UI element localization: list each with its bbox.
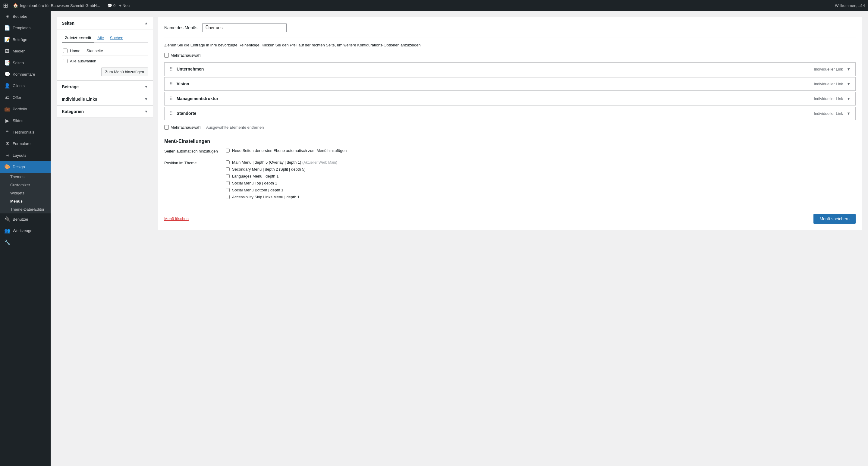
sidebar: ⊞ Betriebe 📄 Templates 📝 Beiträge 🖼 Medi… [0,11,51,466]
menu-item-title-standorte: Standorte [177,111,196,116]
mehrfach-top-checkbox[interactable] [164,53,169,58]
accordion-links-header[interactable]: Individuelle Links ▼ [57,93,153,105]
kommentare-icon: 💬 [4,71,10,78]
position-checkbox-5[interactable] [226,195,230,199]
footer-row: Menü löschen Menü speichern [164,209,856,224]
menu-name-input[interactable] [202,23,287,32]
home-icon: 🏠 [13,3,18,8]
mehrfach-bottom-checkbox[interactable] [164,125,169,130]
position-option-1[interactable]: Secondary Menu | depth 2 (Split | depth … [226,167,856,172]
auto-add-option[interactable]: Neue Seiten der ersten Ebene automatisch… [226,148,856,153]
menu-item-type-standorte: Individueller Link [814,111,843,116]
sidebar-item-design[interactable]: 🎨 Design [0,161,51,173]
select-all-checkbox[interactable] [63,59,67,63]
sidebar-item-kommentare[interactable]: 💬 Kommentare [0,69,51,80]
save-menu-button[interactable]: Menü speichern [813,214,856,224]
menu-item-expand-vision[interactable]: ▼ [846,82,850,86]
sidebar-item-betriebe[interactable]: ⊞ Betriebe [0,11,51,22]
position-checkbox-0[interactable] [226,160,230,164]
add-to-menu-button[interactable]: Zum Menü hinzufügen [101,67,148,76]
position-option-4[interactable]: Social Menu Bottom | depth 1 [226,188,856,192]
tab-bar: Zuletzt erstellt Alle Suchen [62,34,148,42]
sidebar-item-layouts[interactable]: ⊟ Layouts [0,150,51,161]
sidebar-item-medien[interactable]: 🖼 Medien [0,45,51,57]
accordion-kategorien-title: Kategorien [62,109,84,114]
menu-item-type-vision: Individueller Link [814,82,843,86]
sidebar-label-plugins: Benutzer [13,217,28,222]
menu-item-expand-unternehmen[interactable]: ▼ [846,67,850,71]
sidebar-item-clients[interactable]: 👤 Clients [0,80,51,92]
drag-handle-icon[interactable]: ⠿ [169,111,173,116]
sidebar-sub-menus[interactable]: Menüs [0,197,51,205]
delete-menu-link[interactable]: Menü löschen [164,216,189,221]
right-panel: Name des Menüs Ziehen Sie die Einträge i… [158,17,862,230]
accordion-beitraege: Beiträge ▼ [57,81,153,93]
testimonials-icon: ❝ [4,129,10,136]
position-checkbox-2[interactable] [226,174,230,178]
position-checkbox-1[interactable] [226,167,230,171]
settings-section: Menü-Einstellungen Seiten automatisch hi… [164,139,856,201]
sidebar-label-layouts: Layouts [13,153,27,158]
site-name[interactable]: 🏠 Ingenieurbüro für Bauwesen Schmidt Gmb… [13,3,100,8]
sidebar-item-portfolio[interactable]: 💼 Portfolio [0,103,51,115]
accordion-beitraege-header[interactable]: Beiträge ▼ [57,81,153,93]
wp-logo[interactable]: ⊞ [3,2,8,9]
tab-alle[interactable]: Alle [94,34,107,42]
admin-bar-actions: 💬 0 + Neu [107,3,130,8]
sidebar-item-offer[interactable]: 🏷 Offer [0,92,51,103]
position-checkbox-3[interactable] [226,181,230,185]
select-all-label: Alle auswählen [70,59,96,63]
page-checkbox-home[interactable] [63,49,67,53]
menu-item-title-managementstruktur: Managementstruktur [177,96,218,101]
position-content: Main Menu | depth 5 (Overlay | depth 1) … [226,160,856,201]
sidebar-sub-theme-editor[interactable]: Theme-Datei-Editor [0,205,51,213]
mehrfach-top-label[interactable]: Mehrfachauswahl [164,53,201,58]
sidebar-label-betriebe: Betriebe [13,14,27,19]
drag-handle-icon[interactable]: ⠿ [169,96,173,101]
accordion-kategorien-chevron-icon: ▼ [144,110,148,114]
accordion-links-title: Individuelle Links [62,97,97,101]
position-option-3[interactable]: Social Menu Top | depth 1 [226,181,856,185]
accordion-seiten-content: Zuletzt erstellt Alle Suchen Home — Star… [57,29,153,81]
menu-name-row: Name des Menüs [164,23,856,37]
comments-link[interactable]: 💬 0 [107,3,116,8]
menu-item-expand-managementstruktur[interactable]: ▼ [846,96,850,101]
sidebar-item-slides[interactable]: ▶ Slides [0,115,51,127]
accordion-individuelle-links: Individuelle Links ▼ [57,93,153,105]
tab-suchen[interactable]: Suchen [107,34,126,42]
mehrfach-bottom-label[interactable]: Mehrfachauswahl [164,125,201,130]
drag-handle-icon[interactable]: ⠿ [169,66,173,72]
position-checkbox-4[interactable] [226,188,230,192]
auto-add-content: Neue Seiten der ersten Ebene automatisch… [226,148,856,155]
menu-item-expand-standorte[interactable]: ▼ [846,111,850,116]
sidebar-item-plugins[interactable]: 🔌 Benutzer [0,213,51,225]
sidebar-sub-themes[interactable]: Themes [0,173,51,181]
tab-zuletzt[interactable]: Zuletzt erstellt [62,34,94,42]
sidebar-item-formulare[interactable]: ✉ Formulare [0,138,51,150]
page-layout: Seiten ▲ Zuletzt erstellt Alle Suchen Ho… [57,17,862,230]
sidebar-item-werkzeuge[interactable]: 🔧 [0,237,51,248]
sidebar-item-benutzer[interactable]: 👥 Werkzeuge [0,225,51,237]
position-option-0[interactable]: Main Menu | depth 5 (Overlay | depth 1) … [226,160,856,164]
accordion-kategorien-header[interactable]: Kategorien ▼ [57,105,153,118]
sidebar-label-design: Design [13,164,25,170]
auto-add-checkbox[interactable] [226,149,230,153]
sidebar-item-templates[interactable]: 📄 Templates [0,22,51,34]
menu-items-list: ⠿ Unternehmen Individueller Link ▼ ⠿ Vis… [164,62,856,120]
sidebar-sub-customizer[interactable]: Customizer [0,181,51,189]
sidebar-item-seiten[interactable]: 📑 Seiten [0,57,51,69]
drag-handle-icon[interactable]: ⠿ [169,81,173,87]
sidebar-item-beitraege[interactable]: 📝 Beiträge [0,34,51,45]
seiten-icon: 📑 [4,60,10,66]
position-option-5[interactable]: Accessibility Skip Links Menu | depth 1 [226,195,856,199]
remove-selected-link[interactable]: Ausgewählte Elemente entfernen [206,125,264,130]
new-item-button[interactable]: + Neu [119,3,130,8]
mehrfach-top-row: Mehrfachauswahl [164,53,856,58]
benutzer-icon: 👥 [4,227,10,234]
sidebar-item-testimonials[interactable]: ❝ Testimonials [0,127,51,138]
sidebar-label-benutzer: Werkzeuge [13,228,33,234]
accordion-seiten-header[interactable]: Seiten ▲ [57,17,153,29]
sidebar-sub-widgets[interactable]: Widgets [0,189,51,197]
templates-icon: 📄 [4,25,10,31]
position-option-2[interactable]: Languages Menu | depth 1 [226,174,856,179]
